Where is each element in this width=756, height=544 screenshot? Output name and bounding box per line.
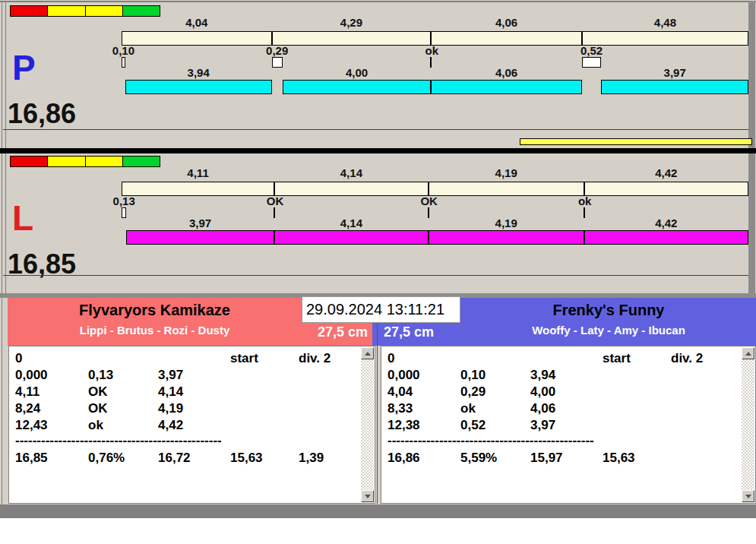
result-light-1	[48, 6, 85, 16]
lane-letter-L: L	[12, 201, 33, 235]
team-name-right: Frenky's Funny	[461, 301, 756, 319]
summary-cell: 0,76%	[88, 451, 125, 465]
table-cell: 0,10	[460, 368, 486, 382]
team-name-left: Flyvaryors Kamikaze	[8, 301, 302, 319]
change-time-label: 0,52	[561, 45, 622, 57]
result-light-0	[11, 6, 48, 16]
change-time-label: ok	[555, 195, 615, 207]
split-time-label: 4,04	[151, 17, 242, 29]
dog-time-label: 4,00	[312, 67, 403, 79]
split-time-label: 4,19	[460, 167, 552, 179]
split-time-label: 4,42	[621, 167, 712, 179]
result-light-2	[86, 6, 123, 16]
table-cell: 12,43	[15, 419, 48, 432]
team-dogs-right: Wooffy - Laty - Amy - Ibucan	[461, 324, 756, 337]
result-light-2	[86, 157, 123, 166]
split-time-label: 4,11	[153, 167, 244, 179]
table-cell: OK	[88, 402, 108, 416]
change-gap-box	[582, 57, 601, 68]
scroll-up-button[interactable]	[742, 347, 754, 359]
split-time-label: 4,06	[461, 17, 552, 29]
results-table-right: 0startdiv. 20,0000,103,944,040,294,008,3…	[381, 346, 742, 503]
table-cell: 4,19	[158, 402, 183, 416]
team-dogs-left: Lippi - Brutus - Rozi - Dusty	[8, 324, 302, 337]
table-cell: 4,42	[158, 419, 183, 432]
dog-time-label: 4,19	[460, 217, 552, 229]
table-header-cell: div. 2	[299, 352, 331, 365]
table-cell: 0,13	[88, 368, 113, 382]
summary-cell: 15,63	[603, 451, 635, 465]
height-class-left: 27,5 cm	[302, 324, 368, 340]
dog-time-label: 3,97	[154, 217, 245, 229]
scroll-down-button[interactable]	[361, 490, 374, 502]
arrow-down-icon	[745, 495, 751, 498]
lane-section-L: L 16,85 4,114,144,194,420,13OKOKok3,974,…	[0, 153, 756, 279]
dog-run-bar	[125, 80, 272, 94]
table-cell: 4,11	[15, 385, 40, 399]
summary-cell: 16,86	[387, 451, 420, 465]
dog-run-bar	[601, 80, 748, 94]
table-cell: 4,04	[387, 385, 413, 399]
results-table-box-left: 0startdiv. 20,0000,133,974,11OK4,148,24O…	[8, 346, 375, 504]
table-cell: ok	[88, 419, 103, 432]
table-cell: OK	[88, 385, 108, 399]
scroll-up-button[interactable]	[361, 347, 374, 359]
lane-L-underline	[3, 275, 748, 276]
dog-run-bar	[283, 80, 432, 94]
table-cell: ok	[460, 402, 476, 416]
flyball-timing-window: P 16,86 4,044,294,064,480,100,29ok0,523,…	[0, 0, 756, 518]
left-table-scrollbar[interactable]	[361, 347, 374, 502]
table-header-cell: 0	[387, 352, 394, 365]
dog-time-label: 4,14	[305, 217, 397, 229]
summary-cell: 15,63	[230, 451, 263, 465]
arrow-down-icon	[365, 495, 371, 498]
table-cell: 0,000	[387, 368, 420, 382]
dog-run-bar	[429, 230, 584, 245]
dog-run-bar	[274, 230, 429, 245]
split-time-label: 4,14	[305, 167, 397, 179]
table-cell: 0,52	[460, 419, 486, 432]
table-cell: 3,94	[530, 368, 555, 382]
change-gap-box	[122, 207, 126, 218]
screen: P 16,86 4,044,294,064,480,100,29ok0,523,…	[0, 0, 756, 544]
scroll-down-button[interactable]	[742, 490, 754, 502]
table-cell: 4,00	[530, 385, 555, 399]
race-datetime: 29.09.2024 13:11:21	[302, 296, 460, 323]
table-cell: 3,97	[158, 368, 183, 382]
change-time-label: ok	[401, 45, 462, 57]
dog-run-bar	[126, 230, 274, 245]
summary-cell: 15,97	[530, 451, 563, 465]
table-cell: 4,14	[158, 385, 183, 399]
dog-run-bar	[584, 230, 748, 245]
summary-cell: 5,59%	[460, 451, 497, 465]
result-light-3	[123, 157, 160, 166]
change-time-label: OK	[245, 195, 305, 207]
result-light-0	[11, 157, 48, 166]
arrow-up-icon	[745, 352, 751, 356]
result-lights	[10, 156, 160, 167]
right-table-scrollbar[interactable]	[742, 347, 754, 502]
summary-cell: 16,72	[158, 451, 191, 465]
table-header-cell: 0	[15, 352, 22, 365]
change-time-label: 0,29	[247, 45, 308, 57]
table-cell: 3,97	[530, 419, 555, 432]
panel-divider-line	[377, 298, 378, 504]
change-ok-tick	[428, 207, 429, 218]
result-light-3	[123, 6, 160, 16]
split-time-label: 4,48	[619, 17, 710, 29]
lane-total-time-L: 16,85	[8, 251, 76, 278]
dog-time-label: 3,97	[629, 67, 720, 79]
team-header-text-right: Frenky's Funny Wooffy - Laty - Amy - Ibu…	[461, 298, 756, 346]
summary-cell: 1,39	[299, 451, 324, 465]
table-header-cell: start	[230, 352, 258, 365]
window-bottom-strip	[0, 504, 756, 518]
table-cell: 4,06	[530, 402, 555, 416]
table-header-cell: start	[603, 352, 631, 365]
dog-time-label: 4,06	[461, 67, 552, 79]
change-gap-box	[272, 57, 283, 68]
dog-time-label: 3,94	[153, 67, 244, 79]
dog-run-bar	[431, 80, 582, 94]
lane-letter-P: P	[12, 51, 36, 84]
table-separator: ----------------------------------------…	[15, 434, 222, 448]
dog-time-label: 4,42	[621, 217, 712, 229]
